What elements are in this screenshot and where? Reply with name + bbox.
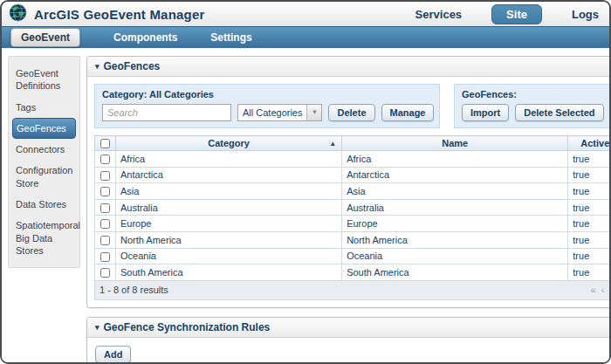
delete-button[interactable]: Delete (328, 104, 374, 121)
globe-icon (9, 3, 27, 25)
geofences-panel-header[interactable]: ▾ GeoFences (87, 57, 611, 77)
category-select-value: All Categories (238, 105, 306, 120)
geofences-actions-label: GeoFences: (462, 89, 611, 100)
table-row: Asia Asia true ✕ (95, 183, 611, 200)
row-checkbox[interactable] (100, 171, 110, 181)
category-filter-box: Category: All Categories All Categories … (94, 84, 440, 128)
sync-rules-panel: ▾ GeoFence Synchronization Rules Add Nam… (86, 317, 611, 364)
filter-row: Category: All Categories All Categories … (94, 84, 611, 128)
pagination: « ‹ 1 › » 15 ▼ (591, 283, 611, 298)
cell-name: Africa (342, 151, 568, 168)
cell-name: Europe (342, 216, 568, 232)
app-title: ArcGIS GeoEvent Manager (34, 7, 205, 22)
sidebar-item-configuration-store[interactable]: Configuration Store (12, 160, 76, 194)
geofences-panel-body: Category: All Categories All Categories … (87, 77, 611, 307)
cell-active: true (568, 151, 611, 168)
app-window: ArcGIS GeoEvent Manager Services Site Lo… (0, 0, 611, 364)
row-checkbox[interactable] (100, 268, 110, 278)
cell-category: Asia (116, 183, 342, 200)
row-checkbox[interactable] (100, 155, 110, 164)
row-checkbox[interactable] (100, 187, 110, 196)
header-link-services[interactable]: Services (415, 8, 463, 21)
cell-category: Africa (116, 151, 342, 168)
nav-tab-components[interactable]: Components (113, 31, 177, 44)
cell-active: true (568, 231, 611, 248)
sidebar-item-geofences[interactable]: GeoFences (12, 118, 76, 139)
pagination-first[interactable]: « (591, 285, 596, 295)
select-all-header (95, 136, 116, 151)
geofences-table: Category ▲ Name Active Action (94, 135, 611, 300)
table-row: Africa Africa true ✕ (95, 151, 611, 168)
table-row: Europe Europe true ✕ (95, 216, 611, 232)
search-input[interactable] (102, 104, 231, 121)
cell-category: Australia (116, 199, 342, 216)
sync-rules-panel-title: GeoFence Synchronization Rules (104, 321, 271, 333)
category-select[interactable]: All Categories ▼ (237, 104, 322, 121)
row-checkbox[interactable] (100, 252, 110, 262)
header-link-site[interactable]: Site (491, 4, 542, 24)
collapse-caret-icon: ▾ (95, 62, 100, 71)
cell-name: South America (342, 264, 568, 281)
pagination-prev[interactable]: ‹ (601, 285, 605, 295)
cell-active: true (568, 167, 611, 183)
cell-name: Antarctica (342, 167, 568, 183)
sidebar-item-spatiotemporal-big-data-stores[interactable]: Spatiotemporal Big Data Stores (12, 215, 76, 261)
cell-category: Oceania (116, 248, 342, 264)
table-row: Oceania Oceania true ✕ (95, 248, 611, 264)
column-header-active[interactable]: Active (568, 136, 611, 151)
sidebar-item-connectors[interactable]: Connectors (12, 139, 76, 160)
cell-category: South America (116, 264, 342, 281)
table-row: North America North America true ✕ (95, 231, 611, 248)
manage-button[interactable]: Manage (381, 104, 435, 121)
cell-category: Antarctica (116, 167, 342, 183)
cell-name: North America (342, 231, 568, 248)
cell-name: Oceania (342, 248, 568, 264)
add-rule-button[interactable]: Add (95, 346, 131, 363)
sync-rules-panel-header[interactable]: ▾ GeoFence Synchronization Rules (87, 318, 611, 338)
nav-tab-settings[interactable]: Settings (210, 31, 251, 44)
cell-name: Asia (342, 183, 568, 200)
header-nav: Services Site Logs (415, 4, 599, 24)
sidebar-item-data-stores[interactable]: Data Stores (12, 194, 76, 215)
sidebar-item-geoevent-definitions[interactable]: GeoEvent Definitions (12, 63, 76, 97)
app-header: ArcGIS GeoEvent Manager Services Site Lo… (2, 2, 609, 26)
column-header-name[interactable]: Name (342, 136, 568, 151)
geofences-panel-title: GeoFences (104, 60, 161, 72)
row-checkbox[interactable] (100, 236, 110, 245)
table-row: South America South America true ✕ (95, 264, 611, 281)
geofences-actions-box: GeoFences: Import Delete Selected Delete… (454, 84, 611, 128)
geofences-panel: ▾ GeoFences Category: All Categories All… (86, 56, 611, 308)
category-filter-label: Category: All Categories (102, 89, 432, 100)
main-nav: GeoEvent Components Settings (2, 26, 609, 48)
cell-category: Europe (116, 216, 342, 232)
dropdown-arrow-icon[interactable]: ▼ (306, 105, 321, 120)
content-area: GeoEvent Definitions Tags GeoFences Conn… (2, 48, 609, 364)
sidebar-item-tags[interactable]: Tags (12, 97, 76, 118)
cell-category: North America (116, 231, 342, 248)
column-header-category[interactable]: Category ▲ (116, 136, 342, 151)
sync-rules-body: Add Name Datastore Source Action (87, 338, 611, 364)
row-checkbox[interactable] (100, 203, 110, 213)
import-button[interactable]: Import (462, 104, 509, 121)
cell-active: true (568, 248, 611, 264)
cell-active: true (568, 199, 611, 216)
select-all-checkbox[interactable] (100, 139, 110, 148)
cell-name: Australia (342, 199, 568, 216)
collapse-caret-icon: ▾ (95, 323, 100, 332)
cell-active: true (568, 216, 611, 232)
table-row: Antarctica Antarctica true ✕ (95, 167, 611, 183)
cell-active: true (568, 183, 611, 200)
nav-tab-geoevent[interactable]: GeoEvent (10, 28, 80, 47)
sort-asc-icon: ▲ (329, 140, 336, 148)
sidebar: GeoEvent Definitions Tags GeoFences Conn… (8, 56, 80, 268)
main-column: ▾ GeoFences Category: All Categories All… (86, 56, 611, 364)
delete-selected-button[interactable]: Delete Selected (515, 104, 603, 121)
cell-active: true (568, 264, 611, 281)
table-row: Australia Australia true ✕ (95, 199, 611, 216)
results-count: 1 - 8 of 8 results (100, 285, 168, 295)
header-link-logs[interactable]: Logs (572, 8, 599, 21)
row-checkbox[interactable] (100, 219, 110, 229)
table-footer: 1 - 8 of 8 results « ‹ 1 › » (95, 280, 611, 299)
